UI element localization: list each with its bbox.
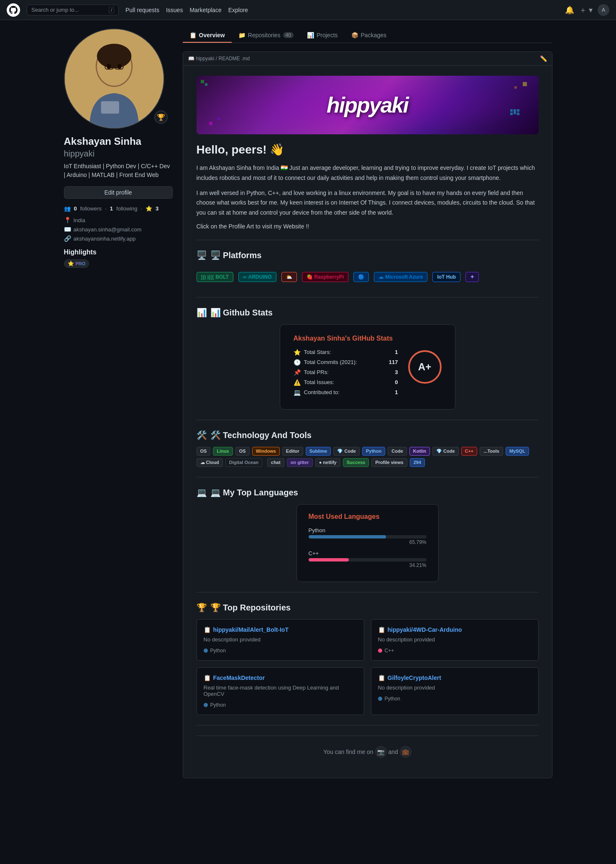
tech-os-2: OS	[235, 447, 250, 456]
navbar: Search or jump to... / Pull requests Iss…	[0, 0, 616, 20]
readme-body: hippyaki Hello, peers! 👋 I am Akshayan S…	[183, 66, 552, 778]
github-logo[interactable]	[7, 3, 20, 17]
star-icon-sidebar: ⭐	[146, 205, 152, 212]
repo-4-name: GilfoyleCryptoAlert	[388, 674, 441, 681]
instagram-icon[interactable]: 📷	[375, 746, 387, 758]
search-placeholder: Search or jump to...	[31, 7, 79, 13]
lang-cpp-bar	[309, 558, 349, 561]
pro-label: PRO	[76, 261, 86, 266]
profile-tabs: 📋 Overview 📁 Repositories 40 📊 Projects …	[183, 28, 552, 43]
tab-packages[interactable]: 📦 Packages	[345, 28, 393, 43]
repo-4-desc: No description provided	[378, 685, 532, 691]
repo-4-title[interactable]: 📋 GilfoyleCryptoAlert	[378, 674, 532, 681]
nav-explore[interactable]: Explore	[228, 7, 248, 13]
nav-marketplace[interactable]: Marketplace	[189, 7, 221, 13]
repo-4-lang-dot	[378, 697, 382, 701]
new-item-plus[interactable]: ＋ ▾	[579, 5, 593, 15]
search-bar[interactable]: Search or jump to... /	[27, 5, 119, 15]
followers-count: 0	[74, 205, 77, 212]
nav-issues[interactable]: Issues	[166, 7, 183, 13]
cloud-icon: ⛅	[286, 274, 292, 280]
lang-python-pct: 65.79%	[309, 539, 427, 545]
achievement-badge: 🏆	[154, 110, 168, 124]
grade-text: A+	[418, 361, 431, 373]
user-avatar-nav[interactable]: A	[598, 4, 609, 16]
following-label: following	[116, 205, 138, 212]
email-link[interactable]: akshayan.sinha@gmail.com	[74, 226, 142, 233]
divider-4	[197, 477, 539, 477]
nav-pull-requests[interactable]: Pull requests	[125, 7, 159, 13]
lang-cpp-pct: 34.21%	[309, 562, 427, 568]
svg-point-4	[107, 64, 111, 69]
tech-chat-label: chat	[267, 458, 284, 467]
following-count: 1	[110, 205, 113, 212]
tech-gitter: on gitter	[287, 458, 313, 467]
tech-netlify-success: Success	[343, 458, 369, 467]
repo-2-lang: C++	[378, 648, 532, 654]
bolt-signal-icon: ))) |(((	[201, 274, 214, 280]
svg-rect-21	[517, 113, 519, 115]
repos-trophy-emoji: 🏆	[197, 602, 207, 613]
tab-packages-label: Packages	[361, 32, 386, 38]
notification-bell[interactable]: 🔔	[565, 5, 574, 15]
repo-3-title[interactable]: 📋 FaceMaskDetector	[204, 674, 357, 681]
svg-rect-13	[514, 86, 517, 89]
repo-2-desc: No description provided	[378, 636, 532, 643]
profile-avatar	[64, 28, 164, 129]
repo-3-lang-dot	[204, 703, 208, 707]
arduino-icon: ∞	[243, 274, 247, 280]
tech-section-title: 🛠️ 🛠️ Technology And Tools	[197, 430, 539, 440]
platform-iot-hub: IoT Hub	[432, 272, 460, 282]
tab-projects[interactable]: 📊 Projects	[300, 28, 345, 43]
nav-right: 🔔 ＋ ▾ A	[565, 4, 609, 16]
repo-2-name: hippyaki/4WD-Car-Arduino	[388, 626, 462, 633]
profile-banner[interactable]: hippyaki	[197, 76, 539, 134]
commits-value: 117	[389, 359, 398, 365]
clock-stat-icon: 🕐	[294, 359, 301, 366]
stat-contributed: 💻 Contributed to: 1	[294, 389, 398, 396]
azure-text: Microsoft Azure	[385, 274, 423, 280]
stars-count: 3	[156, 205, 158, 212]
repo-2-lang-dot	[378, 649, 382, 653]
tab-overview[interactable]: 📋 Overview	[183, 28, 232, 43]
divider-2	[197, 297, 539, 297]
followers-label: followers	[80, 205, 102, 212]
prs-label: Total PRs:	[304, 369, 392, 375]
svg-rect-12	[523, 82, 527, 86]
tech-profile-views-count: 294	[410, 458, 425, 467]
platform-extra: ✦	[465, 272, 479, 282]
tech-python: Python	[362, 447, 385, 456]
tech-cloud-label: ☁ Cloud	[197, 458, 223, 467]
profile-footer: You can find me on 📷 and 💼	[197, 736, 539, 768]
repo-2-title[interactable]: 📋 hippyaki/4WD-Car-Arduino	[378, 626, 532, 633]
grade-circle: A+	[408, 350, 442, 384]
repos-count-badge: 40	[283, 32, 294, 38]
repo-2-icon: 📋	[378, 626, 385, 633]
website-link[interactable]: akshayansinha.netlify.app	[74, 236, 136, 242]
lang-cpp-name: C++	[309, 550, 427, 556]
link-icon: 🔗	[64, 235, 71, 242]
followers-icon: 👥	[64, 205, 71, 212]
linkedin-icon[interactable]: 💼	[400, 746, 412, 758]
repo-1-title[interactable]: 📋 hippyaki/MailAlert_Bolt-IoT	[204, 626, 357, 633]
platforms-grid: ))) |((( BOLT ∞ ARDUINO ⛅ 🍓	[197, 267, 539, 287]
github-stats-title: 📊 📊 Github Stats	[197, 308, 539, 318]
platform-bolt: ))) |((( BOLT	[197, 272, 233, 282]
tab-repositories[interactable]: 📁 Repositories 40	[232, 28, 300, 43]
contributed-stat-icon: 💻	[294, 389, 301, 396]
svg-rect-15	[217, 118, 220, 120]
profile-meta: 📍 India ✉️ akshayan.sinha@gmail.com 🔗 ak…	[64, 217, 173, 242]
languages-emoji: 💻	[197, 487, 207, 497]
platforms-section-title: 🖥️ 🖥️ Platforms	[197, 250, 539, 260]
email-item: ✉️ akshayan.sinha@gmail.com	[64, 226, 173, 233]
tech-code-label-2: Code	[388, 447, 407, 456]
edit-profile-button[interactable]: Edit profile	[64, 186, 173, 199]
tech-editor-label: Editor	[282, 447, 303, 456]
slash-hint: /	[109, 7, 114, 13]
stats-card-container: Akshayan Sinha's GitHub Stats ⭐ Total St…	[197, 324, 539, 410]
stats-emoji: 📊	[197, 308, 207, 318]
lang-python-bar-bg	[309, 535, 427, 538]
edit-readme-icon[interactable]: ✏️	[540, 55, 547, 62]
platform-azure-icon: 🔵	[353, 272, 369, 282]
arduino-text: ARDUINO	[248, 274, 272, 280]
